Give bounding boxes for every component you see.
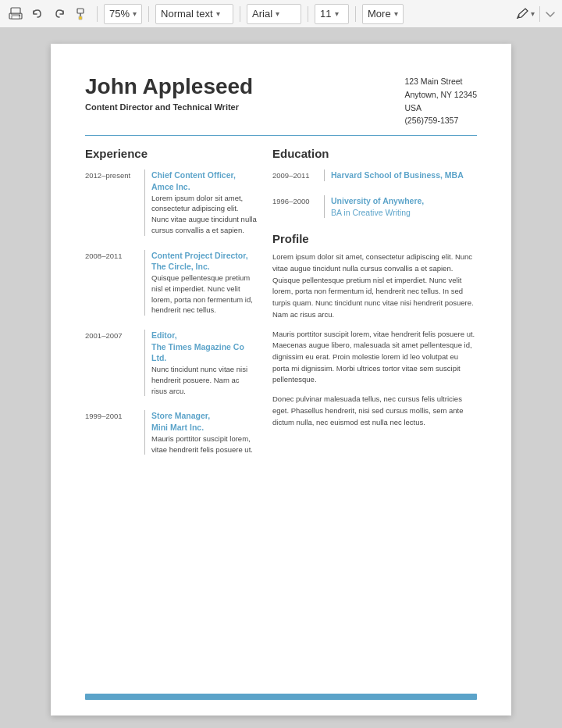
exp-content-4: Store Manager,Mini Mart Inc. Mauris port…	[151, 410, 257, 455]
exp-divider-1	[144, 170, 145, 235]
exp-year-2: 2008–2011	[85, 250, 138, 316]
separator-5	[355, 6, 356, 22]
svg-rect-4	[77, 9, 84, 13]
profile-para-3: Donec pulvinar malesuada tellus, nec cur…	[272, 394, 477, 428]
exp-year-3: 2001–2007	[85, 330, 138, 396]
edu-school-1: Harvard School of Business, MBA	[331, 170, 477, 181]
zoom-value: 75%	[109, 8, 130, 20]
exp-title-4: Store Manager,Mini Mart Inc.	[151, 410, 257, 433]
resume-name: John Appleseed	[85, 75, 253, 99]
print-icon[interactable]	[6, 5, 25, 23]
more-arrow: ▾	[394, 9, 398, 18]
exp-divider-4	[144, 410, 145, 455]
edu-divider-1	[324, 170, 325, 181]
pen-arrow: ▾	[531, 9, 535, 18]
format-paint-icon[interactable]	[72, 5, 91, 23]
contact-country: USA	[404, 102, 477, 115]
pen-button[interactable]: ▾	[515, 6, 556, 22]
edu-content-1: Harvard School of Business, MBA	[331, 170, 477, 181]
edu-degree-2: BA in Creative Writing	[331, 207, 477, 219]
more-label: More	[368, 8, 391, 20]
separator-4	[308, 6, 308, 22]
profile-para-2: Mauris porttitor suscipit lorem, vitae h…	[272, 329, 477, 387]
exp-desc-1: Lorem ipsum dolor sit amet, consectetur …	[151, 193, 257, 236]
exp-title-3: Editor,The Times Magazine Co Ltd.	[151, 330, 257, 364]
exp-entry-2: 2008–2011 Content Project Director,The C…	[85, 250, 257, 316]
svg-rect-2	[12, 16, 20, 19]
contact-street: 123 Main Street	[404, 75, 477, 88]
profile-para-1: Lorem ipsum dolor sit amet, consectetur …	[272, 252, 477, 320]
undo-icon[interactable]	[28, 5, 47, 23]
edu-school-2: University of Anywhere,	[331, 195, 477, 207]
edu-content-2: University of Anywhere, BA in Creative W…	[331, 195, 477, 218]
edu-entry-2: 1996–2000 University of Anywhere, BA in …	[272, 195, 477, 218]
style-dropdown[interactable]: Normal text ▾	[155, 4, 233, 24]
exp-desc-3: Nunc tincidunt nunc vitae nisi hendrerit…	[151, 364, 257, 396]
separator-1	[97, 6, 98, 22]
exp-content-3: Editor,The Times Magazine Co Ltd. Nunc t…	[151, 330, 257, 396]
exp-year-1: 2012–present	[85, 170, 138, 235]
edu-entry-1: 2009–2011 Harvard School of Business, MB…	[272, 170, 477, 181]
redo-icon[interactable]	[50, 5, 69, 23]
exp-divider-3	[144, 330, 145, 396]
resume-name-section: John Appleseed Content Director and Tech…	[85, 75, 253, 112]
resume-contact: 123 Main Street Anytown, NY 12345 USA (2…	[404, 75, 477, 127]
exp-content-2: Content Project Director,The Circle, Inc…	[151, 250, 257, 316]
separator-2	[148, 6, 149, 22]
separator-6	[539, 6, 540, 22]
svg-point-3	[19, 15, 20, 16]
exp-title-2: Content Project Director,The Circle, Inc…	[151, 250, 257, 273]
style-arrow: ▾	[216, 9, 220, 18]
document-area: John Appleseed Content Director and Tech…	[0, 28, 562, 728]
experience-title: Experience	[85, 147, 257, 160]
resume-page: John Appleseed Content Director and Tech…	[51, 44, 511, 716]
svg-line-8	[525, 9, 528, 11]
zoom-dropdown[interactable]: 75% ▾	[104, 4, 142, 24]
exp-entry-1: 2012–present Chief Content Officer,Amce …	[85, 170, 257, 235]
exp-divider-2	[144, 250, 145, 316]
svg-rect-6	[79, 16, 82, 20]
contact-phone: (256)759-1357	[404, 114, 477, 127]
font-value: Arial	[252, 8, 272, 20]
resume-bottom-bar	[85, 694, 477, 700]
font-dropdown[interactable]: Arial ▾	[247, 4, 301, 24]
zoom-arrow: ▾	[133, 9, 137, 18]
exp-entry-3: 2001–2007 Editor,The Times Magazine Co L…	[85, 330, 257, 396]
resume-job-title: Content Director and Technical Writer	[85, 102, 253, 112]
exp-entry-4: 1999–2001 Store Manager,Mini Mart Inc. M…	[85, 410, 257, 455]
contact-city: Anytown, NY 12345	[404, 88, 477, 102]
exp-content-1: Chief Content Officer,Amce Inc. Lorem ip…	[151, 170, 257, 235]
font-arrow: ▾	[276, 9, 279, 18]
exp-title-1: Chief Content Officer,Amce Inc.	[151, 170, 257, 192]
edu-divider-2	[324, 195, 325, 218]
education-title: Education	[272, 147, 477, 160]
experience-column: Experience 2012–present Chief Content Of…	[85, 147, 257, 469]
resume-body: Experience 2012–present Chief Content Of…	[85, 147, 477, 469]
resume-header: John Appleseed Content Director and Tech…	[85, 75, 477, 127]
exp-desc-4: Mauris porttitor suscipit lorem, vitae h…	[151, 434, 257, 455]
profile-title: Profile	[272, 232, 477, 245]
separator-3	[240, 6, 240, 22]
header-divider	[85, 135, 477, 136]
exp-year-4: 1999–2001	[85, 410, 138, 455]
edu-year-2: 1996–2000	[272, 195, 318, 218]
style-value: Normal text	[161, 8, 212, 20]
size-dropdown[interactable]: 11 ▾	[315, 4, 349, 24]
edu-year-1: 2009–2011	[272, 170, 318, 181]
toolbar: 75% ▾ Normal text ▾ Arial ▾ 11 ▾ More ▾ …	[0, 0, 562, 28]
size-value: 11	[320, 8, 331, 20]
exp-desc-2: Quisque pellentesque pretium nisl et imp…	[151, 273, 257, 316]
size-arrow: ▾	[335, 9, 339, 18]
right-column: Education 2009–2011 Harvard School of Bu…	[272, 147, 477, 469]
more-dropdown[interactable]: More ▾	[362, 4, 404, 24]
